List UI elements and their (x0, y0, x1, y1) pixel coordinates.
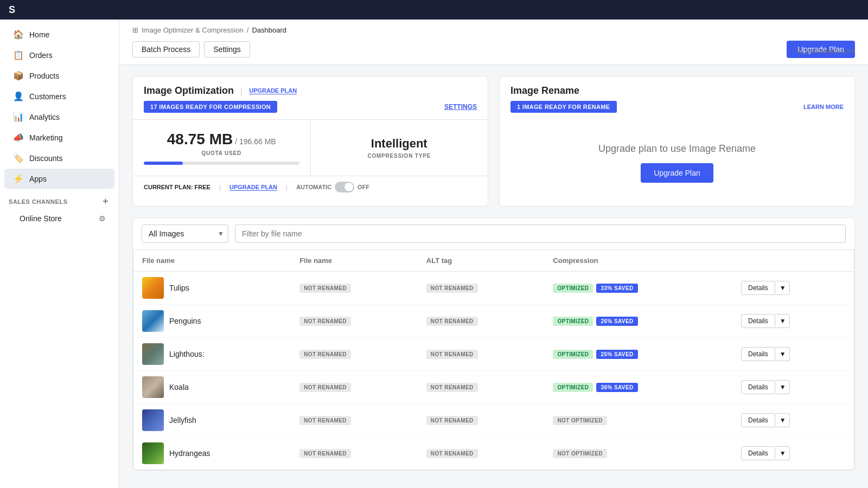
file-name-badge-cell: NOT RENAMED (291, 437, 418, 470)
sidebar-item-analytics[interactable]: 📊 Analytics (4, 107, 114, 127)
file-thumb (142, 343, 164, 365)
sales-channels-header: SALES CHANNELS ＋ (0, 189, 119, 209)
col-compression: Compression (544, 250, 732, 272)
rename-title: Image Rename (510, 85, 579, 97)
sidebar-item-customers[interactable]: 👤 Customers (4, 86, 114, 106)
home-icon: 🏠 (13, 29, 24, 40)
file-name-cell: Koala (133, 371, 291, 404)
saved-badge: 26% SAVED (596, 317, 637, 326)
topbar-logo: S (9, 4, 15, 16)
details-button[interactable]: Details (741, 314, 775, 328)
automatic-label: AUTOMATIC (296, 184, 331, 190)
col-actions (732, 250, 854, 272)
details-button[interactable]: Details (741, 380, 775, 394)
file-name-text: Jellyfish (169, 416, 196, 425)
alt-tag-cell: NOT RENAMED (418, 338, 545, 371)
alt-tag-cell: NOT RENAMED (418, 404, 545, 437)
toggle-off-label: OFF (358, 184, 369, 190)
file-name-badge-cell: NOT RENAMED (291, 404, 418, 437)
filter-bar: All Images Optimized Not Optimized ▼ (133, 218, 854, 250)
details-dropdown-button[interactable]: ▼ (776, 413, 790, 427)
sidebar-item-apps[interactable]: ⚡ Apps (4, 169, 114, 189)
sidebar-item-marketing[interactable]: 📣 Marketing (4, 127, 114, 147)
alt-badge: NOT RENAMED (426, 350, 478, 359)
file-name-text: Koala (169, 383, 189, 391)
filter-select[interactable]: All Images Optimized Not Optimized (142, 224, 228, 243)
footer-divider: | (219, 183, 221, 191)
rename-upgrade-btn[interactable]: Upgrade Plan (641, 163, 713, 183)
header-tabs: Batch Process Settings (132, 41, 250, 57)
optimization-panel-body: 48.75 MB / 196.66 MB QUOTA USED Intellig… (133, 119, 488, 176)
optimization-title: Image Optimization (144, 85, 234, 97)
filter-table-section: All Images Optimized Not Optimized ▼ Fil… (132, 217, 855, 471)
panel-settings-link[interactable]: SETTINGS (444, 103, 477, 111)
sidebar-item-discounts[interactable]: 🏷️ Discounts (4, 148, 114, 168)
apps-icon: ⚡ (13, 174, 24, 184)
rename-panel-header: Image Rename (500, 76, 854, 101)
file-name-text: Lighthous: (169, 350, 205, 358)
details-dropdown-button[interactable]: ▼ (776, 347, 790, 361)
saved-badge: 36% SAVED (596, 383, 637, 392)
quota-bar (144, 162, 299, 165)
automatic-toggle-wrap: AUTOMATIC OFF (296, 182, 369, 192)
sidebar-item-home[interactable]: 🏠 Home (4, 24, 114, 44)
details-button[interactable]: Details (741, 347, 775, 361)
batch-process-tab[interactable]: Batch Process (132, 41, 200, 57)
compression-cell: OPTIMIZED 25% SAVED (544, 338, 732, 371)
file-thumb (142, 376, 164, 398)
footer-divider2: | (286, 183, 288, 191)
main-layout: 🏠 Home 📋 Orders 📦 Products 👤 Customers 📊… (0, 20, 868, 488)
sidebar-item-products[interactable]: 📦 Products (4, 66, 114, 86)
optimization-panel-footer: CURRENT PLAN: FREE | UPGRADE PLAN | AUTO… (133, 176, 488, 198)
details-dropdown-button[interactable]: ▼ (776, 314, 790, 328)
filter-select-wrap: All Images Optimized Not Optimized ▼ (142, 224, 228, 243)
table-row: Tulips NOT RENAMED NOT RENAMED OPTIMIZED… (133, 272, 854, 305)
filename-badge: NOT RENAMED (299, 416, 351, 425)
breadcrumb: ⊞ Image Optimizer & Compression / Dashbo… (132, 26, 855, 34)
details-dropdown-button[interactable]: ▼ (776, 380, 790, 394)
file-thumb (142, 310, 164, 332)
filter-input[interactable] (235, 224, 846, 243)
toggle-knob (344, 183, 353, 191)
customers-icon: 👤 (13, 91, 24, 101)
saved-badge: 25% SAVED (596, 350, 637, 359)
table-row: Jellyfish NOT RENAMED NOT RENAMED NOT OP… (133, 404, 854, 437)
compression-badge: NOT OPTIMIZED (553, 449, 607, 458)
footer-upgrade-link[interactable]: UPGRADE PLAN (229, 184, 277, 191)
sidebar-item-online-store[interactable]: Online Store ⚙ (4, 210, 114, 227)
current-plan-text: CURRENT PLAN: FREE (144, 184, 210, 190)
content-area: ⊞ Image Optimizer & Compression / Dashbo… (119, 20, 868, 488)
file-name-cell: Lighthous: (133, 338, 291, 371)
details-button[interactable]: Details (741, 446, 775, 460)
learn-more-link[interactable]: LEARN MORE (803, 104, 844, 110)
sidebar-label-orders: Orders (29, 51, 53, 60)
settings-tab[interactable]: Settings (204, 41, 250, 57)
panels-row: Image Optimization | UPGRADE PLAN 17 IMA… (132, 76, 855, 207)
dashboard: Image Optimization | UPGRADE PLAN 17 IMA… (119, 65, 868, 481)
col-filename2: File name (291, 250, 418, 272)
file-table: File name File name ALT tag Compression … (133, 250, 854, 470)
add-channel-icon[interactable]: ＋ (101, 196, 110, 207)
table-wrap: File name File name ALT tag Compression … (133, 250, 854, 470)
filename-badge: NOT RENAMED (299, 317, 351, 326)
quota-total: / 196.66 MB (235, 137, 276, 146)
table-row: Hydrangeas NOT RENAMED NOT RENAMED NOT O… (133, 437, 854, 470)
online-store-settings-icon[interactable]: ⚙ (99, 214, 106, 223)
file-name-cell: Hydrangeas (133, 437, 291, 470)
alt-tag-cell: NOT RENAMED (418, 437, 545, 470)
sidebar-label-customers: Customers (29, 92, 66, 101)
automatic-toggle[interactable] (335, 182, 354, 192)
file-name-cell: Penguins (133, 305, 291, 338)
details-button[interactable]: Details (741, 281, 775, 295)
upgrade-plan-link[interactable]: UPGRADE PLAN (249, 87, 297, 94)
details-dropdown-button[interactable]: ▼ (776, 446, 790, 460)
compression-type-value: Intelligent (371, 137, 427, 151)
details-button[interactable]: Details (741, 413, 775, 427)
sidebar-label-marketing: Marketing (29, 133, 62, 142)
sidebar-item-orders[interactable]: 📋 Orders (4, 45, 114, 65)
file-name-badge-cell: NOT RENAMED (291, 272, 418, 305)
details-dropdown-button[interactable]: ▼ (776, 281, 790, 295)
alt-badge: NOT RENAMED (426, 383, 478, 392)
file-name-badge-cell: NOT RENAMED (291, 371, 418, 404)
file-thumb (142, 277, 164, 299)
